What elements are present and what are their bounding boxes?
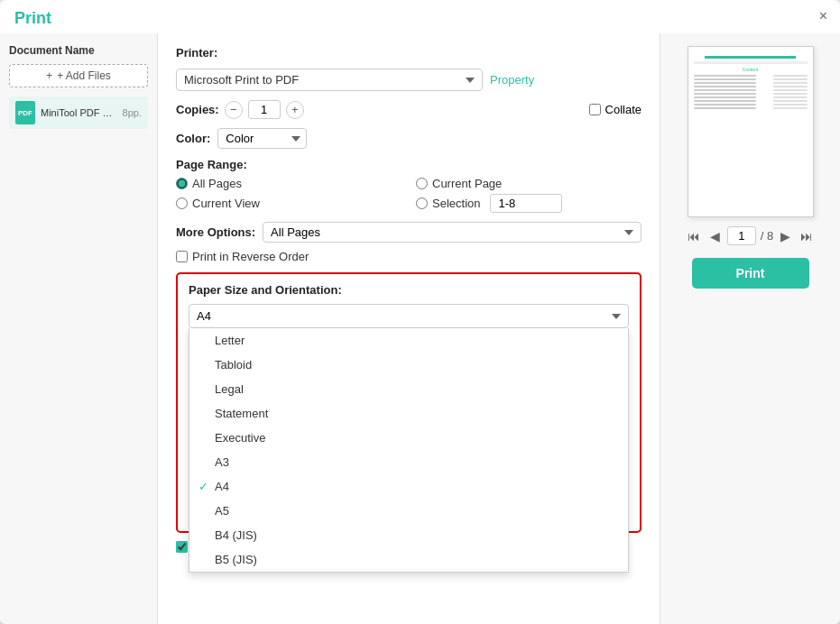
collate-label: Collate (605, 103, 642, 116)
more-options-label: More Options: (176, 225, 255, 239)
preview-row-5 (694, 89, 808, 91)
close-button[interactable]: × (819, 9, 827, 23)
color-select[interactable]: Color Grayscale Black & White (217, 128, 307, 149)
executive-label: Executive (215, 431, 265, 445)
sidebar: Document Name + + Add Files PDF MiniTool… (0, 33, 158, 624)
color-row: Color: Color Grayscale Black & White (176, 128, 642, 149)
copies-increment-button[interactable]: + (286, 101, 304, 119)
dialog-body: Document Name + + Add Files PDF MiniTool… (0, 33, 840, 624)
copies-decrement-button[interactable]: − (225, 101, 243, 119)
reverse-order-label: Print in Reverse Order (192, 250, 309, 263)
preview-row-9 (694, 104, 808, 106)
legal-label: Legal (215, 382, 244, 396)
first-page-button[interactable]: ⏮ (685, 228, 703, 244)
file-pdf-icon: PDF (15, 101, 35, 124)
b4jis-label: B4 (JIS) (215, 528, 257, 542)
copies-row: Copies: − + (176, 100, 304, 119)
copies-input[interactable] (248, 100, 281, 119)
add-icon: + (46, 69, 52, 82)
letter-label: Letter (215, 334, 245, 347)
collate-checkbox[interactable] (589, 104, 601, 115)
paper-size-title: Paper Size and Orientation: (189, 283, 629, 297)
tabloid-label: Tabloid (215, 358, 252, 372)
preview-panel: Content ⏮ ◀ / 8 ▶ ⏭ (660, 33, 840, 624)
property-link[interactable]: Property (490, 73, 534, 87)
page-range-section: Page Range: All Pages Current Page Curre… (176, 158, 642, 213)
page-total: / 8 (761, 229, 773, 243)
printer-label: Printer: (176, 46, 217, 60)
preview-line-1 (694, 61, 808, 64)
dropdown-item-executive[interactable]: Executive (189, 426, 628, 450)
more-options-select[interactable]: All Pages Odd Pages Even Pages (263, 222, 642, 243)
current-view-label: Current View (192, 197, 260, 210)
printer-select[interactable]: Microsoft Print to PDF (176, 69, 483, 91)
preview-row-1 (694, 75, 808, 77)
preview-row-2 (694, 78, 808, 80)
dropdown-item-legal[interactable]: Legal (189, 377, 628, 401)
b5jis-label: B5 (JIS) (215, 553, 257, 566)
current-page-label: Current Page (432, 177, 502, 190)
copies-label: Copies: (176, 103, 219, 116)
preview-row-10 (694, 107, 808, 109)
add-files-label: + Add Files (57, 69, 111, 82)
preview-row-6 (694, 93, 808, 95)
preview-row-3 (694, 82, 808, 84)
next-page-button[interactable]: ▶ (778, 228, 793, 244)
all-pages-label: All Pages (192, 177, 242, 190)
color-label: Color: (176, 132, 210, 145)
preview-row-4 (694, 86, 808, 87)
selection-label: Selection (432, 197, 480, 210)
file-item: PDF MiniTool PDF E... 8pp. (9, 96, 148, 129)
radio-selection[interactable]: Selection (416, 194, 642, 213)
preview-row-8 (694, 100, 808, 102)
more-options-row: More Options: All Pages Odd Pages Even P… (176, 222, 642, 243)
add-files-button[interactable]: + + Add Files (9, 64, 148, 87)
reverse-order-row: Print in Reverse Order (176, 250, 642, 263)
selection-range-input[interactable] (490, 194, 562, 213)
last-page-button[interactable]: ⏭ (798, 228, 816, 244)
dropdown-item-tabloid[interactable]: Tabloid (189, 353, 628, 377)
paper-size-select[interactable]: A4 (189, 304, 629, 328)
print-dialog: Print × Document Name + + Add Files PDF … (0, 0, 840, 624)
page-range-label: Page Range: (176, 158, 642, 171)
file-pages: 8pp. (123, 107, 142, 118)
collate-row: Collate (589, 103, 642, 116)
print-button[interactable]: Print (692, 258, 809, 289)
dropdown-item-a3[interactable]: A3 (189, 450, 628, 474)
dropdown-item-b4jis[interactable]: B4 (JIS) (189, 523, 628, 547)
a3-label: A3 (215, 455, 229, 469)
dropdown-item-letter[interactable]: Letter (189, 328, 628, 353)
prev-page-button[interactable]: ◀ (707, 228, 723, 244)
paper-size-dropdown: Letter Tabloid Legal Statement Executive… (189, 328, 629, 573)
printer-row: Printer: (176, 46, 642, 60)
paper-size-section: Paper Size and Orientation: A4 Letter Ta… (176, 272, 642, 533)
preview-content-header: Content (694, 67, 808, 72)
file-name: MiniTool PDF E... (41, 107, 117, 118)
reverse-order-checkbox[interactable] (176, 251, 188, 262)
document-name-label: Document Name (9, 44, 148, 57)
preview-row-7 (694, 96, 808, 98)
radio-current-page[interactable]: Current Page (416, 177, 642, 190)
dropdown-item-a4[interactable]: A4 (189, 474, 628, 499)
main-content: Printer: Microsoft Print to PDF Property… (158, 33, 660, 624)
radio-all-pages[interactable]: All Pages (176, 177, 402, 190)
radio-current-view[interactable]: Current View (176, 194, 402, 213)
a4-label: A4 (215, 480, 229, 493)
page-range-options: All Pages Current Page Current View Sele… (176, 177, 642, 213)
dropdown-item-a5[interactable]: A5 (189, 499, 628, 523)
preview-frame: Content (688, 46, 814, 217)
a5-label: A5 (215, 504, 229, 518)
statement-label: Statement (215, 407, 268, 420)
dropdown-item-statement[interactable]: Statement (189, 401, 628, 426)
page-number-input[interactable] (727, 226, 756, 245)
printer-select-row: Microsoft Print to PDF Property (176, 69, 642, 91)
preview-nav: ⏮ ◀ / 8 ▶ ⏭ (685, 226, 816, 245)
dialog-title: Print (14, 9, 51, 28)
paper-size-select-wrap: A4 Letter Tabloid Legal Statement Execut… (189, 304, 629, 328)
print-annotations-checkbox[interactable] (176, 541, 188, 553)
dropdown-item-b5jis[interactable]: B5 (JIS) (189, 547, 628, 572)
preview-title-line (705, 56, 796, 59)
dialog-titlebar: Print × (0, 0, 840, 33)
